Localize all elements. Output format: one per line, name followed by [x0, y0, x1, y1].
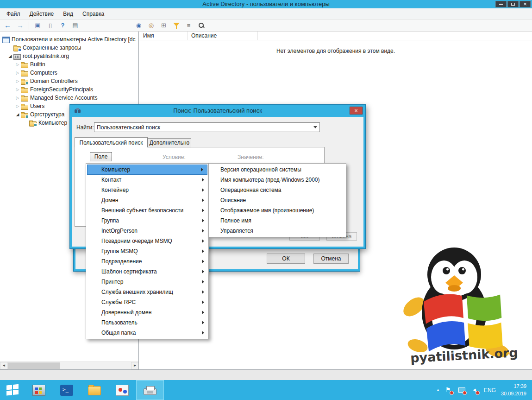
tree-item-foreign-security-principals[interactable]: ForeignSecurityPrincipals — [0, 85, 138, 94]
submenu-item-pre-windows-2000-name[interactable]: Имя компьютера (пред-Windows 2000) — [209, 175, 346, 185]
combobox-dropdown-button[interactable] — [311, 123, 319, 132]
expander-collapsed-icon[interactable] — [15, 60, 20, 69]
expander-collapsed-icon[interactable] — [15, 85, 20, 94]
create-group-button[interactable]: ◎ — [145, 20, 157, 31]
tree-item-label: ForeignSecurityPrincipals — [29, 86, 93, 93]
empty-list-message: Нет элементов для отображения в этом вид… — [139, 48, 532, 54]
tree-item-domain-root[interactable]: root.pyatilistnik.org — [0, 52, 138, 60]
taskbar-file-explorer[interactable] — [81, 380, 108, 400]
chevron-down-icon — [313, 126, 317, 128]
menu-item-rpc-services[interactable]: Службы RPC — [86, 297, 208, 307]
scroll-left-icon[interactable]: ◄ — [0, 362, 8, 369]
volume-icon[interactable] — [471, 386, 479, 394]
menu-item-inetorgperson[interactable]: InetOrgPerson — [86, 226, 208, 236]
menu-item-organizational-unit[interactable]: Подразделение — [86, 256, 208, 267]
menu-item-contact[interactable]: Контакт — [86, 175, 208, 185]
submenu-item-full-name[interactable]: Полное имя — [209, 216, 346, 226]
advanced-view-button[interactable]: ≡ — [183, 20, 194, 31]
menu-item-group[interactable]: Группа — [86, 216, 208, 226]
ou-folder-icon — [20, 111, 29, 118]
tree-item-console-root[interactable]: Пользователи и компьютеры Active Directo… — [0, 35, 138, 44]
back-button[interactable]: ← — [2, 20, 13, 31]
submenu-arrow-icon — [202, 290, 204, 294]
menu-item-shared-folder[interactable]: Общая папка — [86, 328, 208, 338]
expander-collapsed-icon[interactable] — [15, 77, 20, 85]
submenu-item-operating-system[interactable]: Операционная система — [209, 185, 346, 195]
ou-badge-icon — [25, 115, 29, 118]
menu-item-computer[interactable]: Компьютер — [87, 165, 207, 175]
tree-item-managed-service-accounts[interactable]: Managed Service Accounts — [0, 94, 138, 102]
expander-collapsed-icon[interactable] — [15, 69, 20, 77]
menu-item-label: Компьютер — [101, 166, 130, 173]
language-indicator[interactable]: ENG — [484, 387, 496, 394]
clock[interactable]: 17:39 30.09.2019 — [501, 383, 526, 397]
scrollbar-thumb[interactable] — [8, 362, 60, 369]
dialog-close-button[interactable] — [350, 107, 363, 114]
taskbar-active-window[interactable] — [136, 380, 164, 400]
tree-item-builtin[interactable]: Builtin — [0, 60, 138, 69]
taskbar: ENG 17:39 30.09.2019 — [0, 380, 532, 400]
dialog-title: Поиск: Пользовательский поиск — [70, 107, 365, 114]
background-cancel-button[interactable]: Отмена — [313, 254, 349, 264]
expander-expanded-icon[interactable] — [7, 52, 13, 60]
menu-action[interactable]: Действие — [25, 9, 59, 19]
start-button[interactable] — [0, 380, 25, 400]
expander-expanded-icon[interactable] — [15, 110, 20, 119]
menu-item-domain[interactable]: Домен — [86, 195, 208, 205]
field-button[interactable]: Поле — [90, 152, 112, 161]
find-button[interactable] — [195, 20, 207, 31]
menu-item-user[interactable]: Пользователь — [86, 317, 208, 328]
set-filter-button[interactable] — [170, 20, 182, 31]
tree-horizontal-scrollbar[interactable]: ◄ ► — [0, 362, 139, 369]
menu-item-msmq-queue-alias[interactable]: Псевдоним очереди MSMQ — [86, 236, 208, 246]
folder-icon — [20, 103, 29, 110]
menu-bar: Файл Действие Вид Справка — [0, 8, 532, 19]
menu-item-printer[interactable]: Принтер — [86, 277, 208, 287]
tab-advanced[interactable]: Дополнительно — [148, 138, 191, 147]
menu-item-msmq-group[interactable]: Группа MSMQ — [86, 246, 208, 256]
expander-collapsed-icon[interactable] — [15, 94, 20, 102]
taskbar-powershell[interactable] — [53, 380, 81, 400]
menu-file[interactable]: Файл — [2, 9, 25, 19]
menu-item-label: Общая папка — [101, 330, 136, 336]
export-list-button[interactable]: ▤ — [69, 20, 81, 31]
find-type-combobox[interactable]: Пользовательский поиск — [94, 122, 320, 132]
menu-help[interactable]: Справка — [78, 9, 109, 19]
submenu-item-managed-by[interactable]: Управляется — [209, 226, 346, 236]
tree-item-computers[interactable]: Computers — [0, 69, 138, 77]
submenu-arrow-icon — [202, 260, 204, 263]
ou-badge-icon — [34, 123, 37, 127]
properties-button[interactable]: ▯ — [44, 20, 56, 31]
menu-view[interactable]: Вид — [58, 9, 78, 19]
close-button[interactable] — [519, 1, 531, 7]
filter-badge-icon — [18, 48, 21, 51]
submenu-item-display-name-phonetic[interactable]: Отображаемое имя (произношение) — [209, 205, 346, 216]
create-ou-button[interactable]: ⊞ — [158, 20, 169, 31]
menu-item-foreign-security-principal[interactable]: Внешний субъект безопасности — [86, 205, 208, 216]
create-user-button[interactable]: ◉ — [133, 20, 144, 31]
menu-item-external-storage-service[interactable]: Служба внешних хранилищ — [86, 287, 208, 297]
taskbar-server-manager[interactable] — [25, 380, 53, 400]
menu-item-trusted-domain[interactable]: Доверенный домен — [86, 307, 208, 317]
tab-custom-search[interactable]: Пользовательский поиск — [75, 137, 148, 147]
column-header-description[interactable]: Описание — [188, 32, 258, 40]
network-icon[interactable] — [458, 386, 466, 394]
minimize-button[interactable] — [495, 1, 507, 7]
submenu-item-description[interactable]: Описание — [209, 195, 346, 205]
help-button[interactable]: ? — [57, 20, 69, 31]
tray-expand-icon[interactable] — [436, 388, 440, 392]
taskbar-app[interactable] — [108, 380, 136, 400]
tree-item-saved-queries[interactable]: Сохраненные запросы — [0, 44, 138, 52]
menu-item-certificate-template[interactable]: Шаблон сертификата — [86, 267, 208, 277]
show-console-tree-button[interactable]: ▣ — [32, 20, 44, 31]
restore-button[interactable] — [507, 1, 519, 7]
scroll-right-icon[interactable]: ► — [131, 362, 139, 369]
tree-item-domain-controllers[interactable]: Domain Controllers — [0, 77, 138, 85]
expander-collapsed-icon[interactable] — [15, 102, 20, 110]
menu-item-container[interactable]: Контейнер — [86, 185, 208, 195]
column-header-name[interactable]: Имя — [139, 32, 188, 40]
action-center-icon[interactable] — [445, 386, 453, 394]
forward-button[interactable]: → — [14, 20, 26, 31]
submenu-item-os-version[interactable]: Версия операционной системы — [209, 165, 346, 175]
background-ok-button[interactable]: ОК — [267, 254, 305, 264]
